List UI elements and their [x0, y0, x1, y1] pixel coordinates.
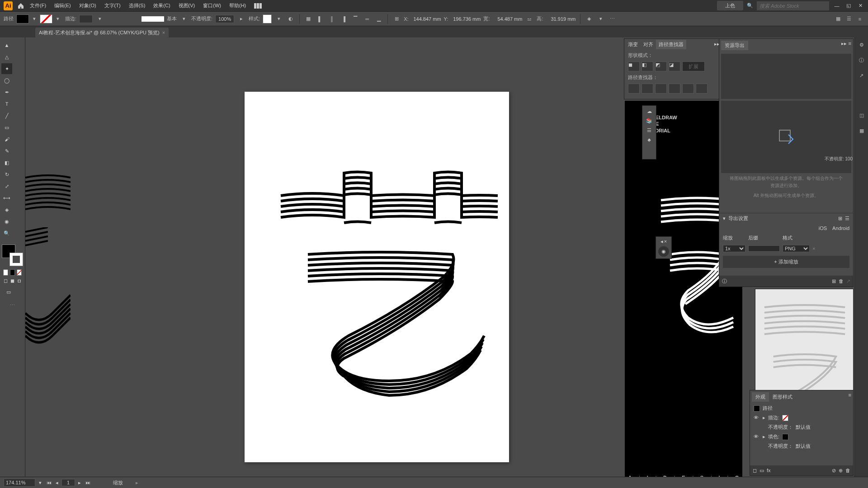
next-artboard-icon[interactable]: ▸ — [76, 479, 83, 486]
recolor-icon[interactable]: ◐ — [286, 14, 295, 23]
menu-edit[interactable]: 编辑(E) — [51, 0, 75, 11]
pencil-tool[interactable]: ✎ — [1, 145, 12, 156]
trim-button[interactable] — [642, 84, 653, 94]
opacity-dropdown-icon[interactable]: ▸ — [237, 14, 246, 23]
duplicate-icon[interactable]: ⊕ — [839, 468, 843, 474]
menu-type[interactable]: 文字(T) — [101, 0, 124, 11]
unite-button[interactable]: ◼ — [628, 61, 640, 71]
stroke-weight-input[interactable] — [79, 15, 93, 23]
align-to-icon[interactable]: ▦ — [304, 14, 313, 23]
new-stroke-icon[interactable]: ▭ — [760, 468, 764, 474]
edit-toolbar-icon[interactable]: ⋯ — [1, 302, 24, 308]
zoom-dropdown-icon[interactable]: ▾ — [39, 480, 42, 486]
tab-asset-export[interactable]: 资源导出 — [721, 41, 748, 50]
tab-pathfinder[interactable]: 路径查找器 — [656, 40, 686, 49]
isolate-icon[interactable]: ▾ — [596, 14, 605, 23]
align-top-icon[interactable]: ▔ — [351, 14, 360, 23]
cc-add-icon[interactable]: ♣ — [647, 137, 651, 142]
canvas[interactable]: ✋ — [25, 38, 624, 477]
menu-help[interactable]: 帮助(H) — [226, 0, 250, 11]
expand-button[interactable]: 扩展 — [682, 61, 705, 71]
none-mode-swatch[interactable] — [17, 269, 22, 276]
align-left-icon[interactable]: ▌ — [316, 14, 325, 23]
expand-fill-icon[interactable]: ▸ — [763, 434, 765, 440]
menu-object[interactable]: 对象(O) — [75, 0, 100, 11]
pen-tool[interactable]: ✒ — [1, 87, 12, 98]
tab-align[interactable]: 对齐 — [641, 40, 656, 49]
direct-selection-tool[interactable]: △ — [1, 52, 12, 62]
stock-search-input[interactable] — [757, 1, 829, 10]
view-list-icon[interactable]: ☰ — [844, 14, 854, 23]
stroke-stepper-icon[interactable]: ▾ — [95, 14, 104, 23]
menu-arrange-docs[interactable] — [250, 1, 266, 10]
gradient-mode-swatch[interactable] — [10, 269, 15, 276]
crop-button[interactable] — [669, 84, 680, 94]
tab-close-icon[interactable]: × — [162, 30, 165, 35]
align-vcenter-icon[interactable]: ═ — [363, 14, 372, 23]
remove-row-icon[interactable]: × — [812, 246, 815, 251]
document-tab[interactable]: AI教程-艺术创意海报.ai* @ 68.07% (CMYK/GPU 预览) × — [35, 28, 169, 38]
free-transform-tool[interactable]: ◈ — [1, 204, 12, 215]
swatches-icon[interactable]: ▦ — [857, 126, 866, 135]
fill-dropdown-icon[interactable]: ▾ — [30, 14, 39, 23]
x-input[interactable] — [411, 15, 441, 23]
expand-icon[interactable]: ↗ — [857, 71, 866, 80]
stroke-opacity-value[interactable]: 默认值 — [796, 424, 811, 431]
add-effect-icon[interactable]: fx — [767, 468, 771, 473]
cc-libraries-icon[interactable]: 📚 — [646, 118, 652, 124]
zoom-input[interactable] — [4, 479, 35, 487]
draw-inside-icon[interactable]: ◘ — [17, 277, 22, 284]
rotate-tool[interactable]: ↻ — [1, 169, 12, 180]
export-android-preset[interactable]: Android — [832, 225, 849, 231]
home-icon[interactable] — [16, 1, 25, 10]
fill-swatch[interactable] — [782, 434, 788, 440]
minus-back-button[interactable] — [696, 84, 708, 94]
w-input[interactable] — [492, 15, 522, 23]
export-grid2-icon[interactable]: ⊞ — [832, 278, 836, 284]
width-tool[interactable]: ⟷ — [1, 192, 12, 203]
color-mode-swatch[interactable] — [3, 269, 8, 276]
magic-wand-tool[interactable]: ✦ — [1, 63, 12, 74]
export-grid-icon[interactable]: ⊞ — [838, 216, 842, 221]
export-preview[interactable] — [721, 101, 851, 173]
workspace-switcher[interactable]: 上色 — [717, 1, 743, 10]
profile-dropdown-icon[interactable]: ▾ — [179, 14, 189, 23]
window-restore[interactable]: ◱ — [844, 2, 853, 10]
lasso-tool[interactable]: ◯ — [1, 75, 12, 86]
properties-icon[interactable]: ⚙ — [857, 40, 866, 49]
layers-icon[interactable]: ◫ — [857, 111, 866, 120]
transform-reference-icon[interactable]: ⊞ — [392, 14, 401, 23]
expand-stroke-icon[interactable]: ▸ — [763, 415, 765, 421]
stroke-swatch[interactable] — [782, 415, 788, 421]
menu-effect[interactable]: 效果(C) — [150, 0, 174, 11]
visibility-icon[interactable]: 👁 — [754, 434, 760, 440]
export-trash-icon[interactable]: 🗑 — [839, 278, 844, 284]
align-right-icon[interactable]: ▐ — [339, 14, 348, 23]
stroke-swatch[interactable] — [40, 14, 52, 23]
export-collapse-icon[interactable]: ▸▸ — [841, 41, 847, 50]
delete-icon[interactable]: 🗑 — [845, 468, 850, 473]
tab-gradient[interactable]: 渐变 — [625, 40, 641, 49]
last-artboard-icon[interactable]: ⏭ — [84, 479, 91, 486]
fill-opacity-value[interactable]: 默认值 — [796, 443, 811, 450]
type-tool[interactable]: T — [1, 99, 12, 109]
menu-file[interactable]: 文件(F) — [26, 0, 50, 11]
shape-builder-icon[interactable]: ◈ — [585, 14, 594, 23]
window-close[interactable]: ✕ — [856, 2, 864, 10]
appearance-menu-icon[interactable]: ≡ — [849, 392, 851, 402]
h-input[interactable] — [546, 15, 576, 23]
draw-behind-icon[interactable]: ◼ — [10, 277, 15, 284]
add-scale-button[interactable]: + 添加缩放 — [723, 256, 849, 268]
minus-front-button[interactable]: ◧ — [642, 61, 653, 71]
clear-icon[interactable]: ⊘ — [832, 468, 836, 474]
view-grid-icon[interactable]: ▦ — [834, 14, 843, 23]
intersect-button[interactable]: ◩ — [655, 61, 667, 71]
style-dropdown-icon[interactable]: ▾ — [274, 14, 283, 23]
merge-button[interactable] — [655, 84, 667, 94]
menu-select[interactable]: 选择(S) — [125, 0, 149, 11]
link-wh-icon[interactable]: ⚍ — [525, 14, 534, 23]
css-close-icon[interactable]: × — [664, 239, 667, 244]
tab-graphic-styles[interactable]: 图形样式 — [769, 392, 796, 402]
fill-stroke-selector[interactable] — [2, 244, 23, 266]
align-bottom-icon[interactable]: ▁ — [374, 14, 383, 23]
